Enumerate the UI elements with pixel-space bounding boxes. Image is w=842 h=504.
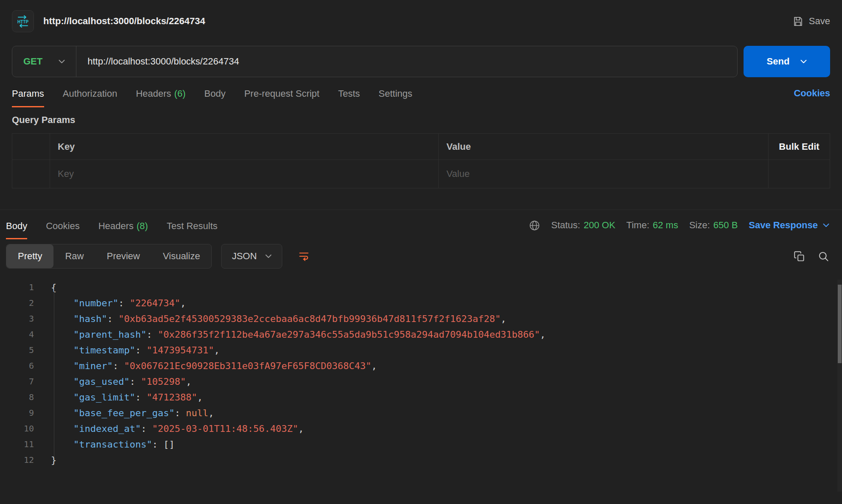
- code-body: 1{2 "number": "2264734",3 "hash": "0xb63…: [0, 280, 842, 468]
- chevron-down-icon: [59, 59, 65, 64]
- tab-label: Authorization: [63, 88, 117, 99]
- size-indicator: Size:650 B: [689, 220, 738, 231]
- code-line: 2 "number": "2264734",: [0, 295, 842, 311]
- view-visualize-button[interactable]: Visualize: [152, 244, 212, 268]
- scrollbar-thumb[interactable]: [838, 285, 842, 363]
- code-line: 9 "base_fee_per_gas": null,: [0, 405, 842, 421]
- tab-settings[interactable]: Settings: [379, 79, 413, 107]
- time-label: Time:: [626, 220, 649, 230]
- line-number: 5: [0, 342, 34, 358]
- row-select-cell: [12, 134, 50, 160]
- value-column-header: Value: [439, 134, 769, 160]
- code-line: 7 "gas_used": "105298",: [0, 374, 842, 389]
- line-number: 10: [0, 421, 34, 437]
- response-tab-body[interactable]: Body: [6, 211, 27, 239]
- http-request-icon: HTTP: [12, 10, 34, 32]
- code-line: 12}: [0, 452, 842, 468]
- line-number: 3: [0, 311, 34, 327]
- request-builder: GET Send: [12, 46, 830, 77]
- tab-label: Body: [6, 221, 27, 231]
- view-pretty-button[interactable]: Pretty: [6, 244, 53, 268]
- save-button[interactable]: Save: [792, 16, 830, 27]
- code-line: 11 "transactions": []: [0, 437, 842, 452]
- code-line: 5 "timestamp": "1473954731",: [0, 342, 842, 358]
- status-value: 200 OK: [584, 220, 615, 230]
- query-params-entry-row: [12, 160, 830, 188]
- size-label: Size:: [689, 220, 710, 230]
- response-tab-headers[interactable]: Headers(8): [98, 211, 148, 239]
- response-panel: Body Cookies Headers(8) Test Results Sta…: [0, 210, 842, 492]
- tab-body[interactable]: Body: [204, 79, 225, 107]
- wrap-text-icon: [298, 251, 309, 262]
- query-params-title: Query Params: [12, 115, 830, 126]
- empty-cell: [769, 160, 830, 188]
- view-raw-button[interactable]: Raw: [53, 244, 95, 268]
- send-button[interactable]: Send: [744, 46, 830, 77]
- url-input[interactable]: [76, 56, 737, 67]
- globe-icon[interactable]: [529, 220, 540, 231]
- code-line: 10 "indexed_at": "2025-03-01T11:48:56.40…: [0, 421, 842, 437]
- tab-headers[interactable]: Headers(6): [136, 79, 185, 107]
- line-number: 9: [0, 405, 34, 421]
- tab-label: Settings: [379, 88, 413, 99]
- view-preview-button[interactable]: Preview: [95, 244, 151, 268]
- response-body-viewer: 1{2 "number": "2264734",3 "hash": "0xb63…: [0, 280, 842, 492]
- time-indicator: Time:62 ms: [626, 220, 678, 231]
- response-headers-count-badge: (8): [137, 221, 148, 231]
- search-icon: [818, 251, 829, 262]
- query-params-table: Key Value Bulk Edit: [12, 133, 830, 188]
- tab-authorization[interactable]: Authorization: [63, 79, 117, 107]
- request-tabs: Params Authorization Headers(6) Body Pre…: [12, 77, 830, 109]
- language-label: JSON: [232, 251, 257, 262]
- tab-label: Params: [12, 88, 44, 99]
- scrollbar[interactable]: [837, 280, 842, 492]
- save-button-label: Save: [809, 16, 830, 27]
- bulk-edit-button[interactable]: Bulk Edit: [769, 134, 830, 160]
- tab-label: Pre-request Script: [244, 88, 319, 99]
- copy-button[interactable]: [794, 251, 805, 262]
- line-number: 4: [0, 327, 34, 342]
- search-button[interactable]: [818, 251, 829, 262]
- response-tab-test-results[interactable]: Test Results: [167, 211, 218, 239]
- response-tab-cookies[interactable]: Cookies: [46, 211, 79, 239]
- row-select-cell: [12, 160, 50, 188]
- response-toolbar: Pretty Raw Preview Visualize JSON: [6, 244, 829, 269]
- size-value: 650 B: [713, 220, 738, 230]
- chevron-down-icon: [265, 254, 272, 258]
- copy-icon: [794, 251, 805, 262]
- response-header: Body Cookies Headers(8) Test Results Sta…: [0, 210, 842, 241]
- line-number: 12: [0, 452, 34, 468]
- time-value: 62 ms: [653, 220, 678, 230]
- code-line: 6 "miner": "0x067621Ec90928Eb311e03fA97e…: [0, 358, 842, 374]
- code-line: 4 "parent_hash": "0x286f35f2f112be4a67ae…: [0, 327, 842, 342]
- tab-label: Headers: [98, 221, 134, 231]
- view-mode-group: Pretty Raw Preview Visualize: [6, 244, 212, 269]
- tab-params[interactable]: Params: [12, 79, 44, 107]
- code-line: 8 "gas_limit": "4712388",: [0, 389, 842, 405]
- query-params-header-row: Key Value Bulk Edit: [12, 134, 830, 160]
- wrap-text-button[interactable]: [292, 244, 316, 269]
- method-selector[interactable]: GET: [12, 56, 76, 67]
- toolbar-right: [794, 251, 829, 262]
- line-number: 7: [0, 374, 34, 389]
- method-label: GET: [23, 56, 42, 67]
- http-badge-text: HTTP: [17, 20, 28, 24]
- status-indicator: Status:200 OK: [551, 220, 615, 231]
- headers-count-badge: (6): [174, 88, 185, 99]
- tab-label: Body: [204, 88, 225, 99]
- save-response-button[interactable]: Save Response: [749, 220, 829, 231]
- tab-pre-request-script[interactable]: Pre-request Script: [244, 79, 319, 107]
- code-line: 1{: [0, 280, 842, 295]
- cookies-link[interactable]: Cookies: [794, 88, 830, 99]
- line-number: 8: [0, 389, 34, 405]
- param-value-input[interactable]: [446, 168, 761, 179]
- request-title: http://localhost:3000/blocks/2264734: [43, 16, 205, 27]
- language-selector[interactable]: JSON: [221, 244, 282, 269]
- tab-label: Cookies: [46, 221, 79, 231]
- tab-label: Headers: [136, 88, 171, 99]
- line-number: 1: [0, 280, 34, 295]
- save-icon: [792, 16, 804, 27]
- chevron-down-icon: [800, 59, 807, 64]
- param-key-input[interactable]: [58, 168, 431, 179]
- tab-tests[interactable]: Tests: [338, 79, 360, 107]
